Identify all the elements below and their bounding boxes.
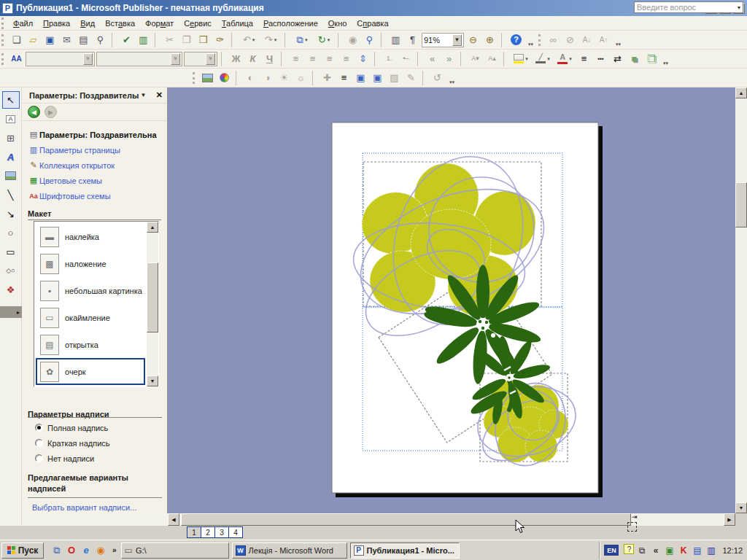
task-pane-close-icon[interactable]: ✕	[156, 90, 163, 100]
menu-format[interactable]: Формат	[140, 18, 179, 29]
line-spacing-icon[interactable]: ⇕	[355, 51, 371, 67]
scroll-left-icon[interactable]: ◀	[168, 513, 179, 526]
select-pointer-icon[interactable]: ↖	[2, 91, 20, 109]
tray-network-icon[interactable]: ▤	[691, 544, 703, 556]
zoom-in-icon[interactable]: ⊕	[481, 32, 498, 48]
scroll-down-icon[interactable]: ▼	[147, 376, 158, 386]
taskbar-publisher[interactable]: P Публикация1 - Micro...	[350, 542, 460, 559]
menu-edit[interactable]: Правка	[38, 18, 75, 29]
menu-service[interactable]: Сервис	[179, 18, 217, 29]
choose-caption-link[interactable]: Выбрать вариант надписи...	[32, 503, 136, 512]
decrease-font-icon[interactable]: A▾	[467, 51, 484, 67]
align-right-icon[interactable]: ≡	[321, 51, 338, 67]
line-weight-icon[interactable]: ≡	[576, 51, 592, 67]
toolbar-grip[interactable]	[538, 34, 542, 46]
break-link-icon[interactable]: ⊘	[562, 32, 578, 48]
internet-explorer-icon[interactable]: e	[79, 543, 93, 558]
scroll-up-icon[interactable]: ▲	[735, 88, 747, 98]
page-tab[interactable]: 1	[187, 526, 201, 538]
zoom-combobox[interactable]: 91% ▼	[422, 33, 464, 47]
link-postcard-options[interactable]: ▤ Параметры: Поздравительна	[28, 127, 163, 142]
zoom-out-icon[interactable]: ⊖	[465, 32, 481, 48]
radio-option[interactable]: Нет надписи	[28, 451, 162, 466]
link-page-options[interactable]: ▥ Параметры страницы	[28, 142, 163, 158]
vertical-scrollbar[interactable]: ▲ ▼	[735, 88, 747, 513]
undo-icon[interactable]: ↶	[238, 32, 260, 48]
crop-icon[interactable]: ✚	[319, 70, 336, 86]
numbering-icon[interactable]: 1.	[381, 51, 398, 67]
scrollbar-thumb[interactable]	[147, 262, 158, 332]
format-painter-icon[interactable]: ✑	[212, 32, 228, 48]
text-wrap-icon[interactable]: ▣	[352, 70, 369, 86]
taskbar-word[interactable]: W Лекція - Microsoft Word	[232, 542, 347, 559]
menu-arrange[interactable]: Расположение	[258, 18, 323, 29]
redo-icon[interactable]: ↷	[260, 32, 282, 48]
font-combobox[interactable]: ▼	[96, 52, 182, 66]
format-fill-icon[interactable]: ▨	[386, 70, 403, 86]
more-contrast-icon[interactable]: ◐	[242, 70, 259, 86]
fill-color-icon[interactable]	[510, 51, 532, 67]
reset-picture-icon[interactable]: ↺	[429, 70, 446, 86]
radio-option[interactable]: Краткая надпись	[28, 435, 162, 451]
radio-button[interactable]	[35, 439, 43, 447]
picture-frame-icon[interactable]	[2, 167, 20, 184]
radio-option[interactable]: Полная надпись	[28, 420, 162, 435]
menu-file[interactable]: Файл	[8, 18, 38, 29]
less-contrast-icon[interactable]: ◑	[259, 70, 276, 86]
forward-button[interactable]: ▶	[44, 106, 57, 118]
line-tool-icon[interactable]: ╲	[2, 186, 20, 203]
start-button[interactable]: Пуск	[1, 542, 44, 559]
oval-tool-icon[interactable]: ○	[2, 224, 20, 241]
chevron-down-icon[interactable]: ▾	[738, 4, 740, 11]
more-brightness-icon[interactable]: ☀	[276, 70, 293, 86]
tray-chevron-icon[interactable]: «	[649, 544, 662, 556]
toolbar-options-button[interactable]: ▾▾	[614, 32, 623, 48]
objects-toolbar-overflow[interactable]: ▸	[0, 306, 22, 318]
toolbar-options-button[interactable]: ▾▾	[526, 32, 535, 48]
scrollbar-thumb[interactable]	[735, 182, 747, 228]
font-size-combobox[interactable]: ▼	[184, 52, 217, 66]
new-document-icon[interactable]: ❏	[8, 32, 25, 48]
scroll-down-icon[interactable]: ▼	[735, 502, 747, 513]
line-color-icon[interactable]	[532, 51, 554, 67]
chevron-down-icon[interactable]: ▼	[452, 34, 462, 46]
horizontal-scrollbar[interactable]: ◀ ▶	[168, 513, 735, 526]
scroll-up-icon[interactable]: ▲	[147, 222, 158, 233]
show-desktop-icon[interactable]: ⧉	[50, 543, 64, 558]
toolbar-grip[interactable]	[1, 18, 5, 29]
align-center-icon[interactable]: ≡	[304, 51, 321, 67]
link-font-schemes[interactable]: Аа Шрифтовые схемы	[28, 188, 163, 203]
color-mode-icon[interactable]	[216, 70, 233, 86]
print-preview-icon[interactable]: ⚲	[92, 32, 109, 48]
special-characters-icon[interactable]: ¶	[404, 32, 421, 48]
text-box-icon[interactable]: A	[2, 110, 20, 128]
decrease-indent-icon[interactable]: «	[424, 51, 441, 67]
tray-book-icon[interactable]: ▥	[705, 544, 717, 556]
open-folder-icon[interactable]: ▱	[25, 32, 42, 48]
arrow-style-icon[interactable]: ⇄	[609, 51, 626, 67]
bold-icon[interactable]: Ж	[228, 51, 244, 67]
layout-list-item[interactable]: ▤ открытка	[36, 331, 145, 358]
toolbar-grip[interactable]	[1, 34, 5, 46]
less-brightness-icon[interactable]: ☼	[293, 70, 309, 86]
previous-textbox-icon[interactable]: A↓	[578, 32, 595, 48]
tray-kaspersky-icon[interactable]: K	[677, 544, 689, 556]
layout-list-item[interactable]: ▬ наклейка	[36, 223, 145, 250]
wordart-icon[interactable]: A	[2, 148, 20, 166]
ask-question-input[interactable]: Введите вопрос ▾	[634, 1, 743, 13]
print-icon[interactable]: ▤	[75, 32, 92, 48]
copy-icon[interactable]: ❐	[178, 32, 195, 48]
link-card-gallery[interactable]: ✎ Коллекция открыток	[28, 158, 163, 173]
menu-window[interactable]: Окно	[323, 18, 352, 29]
link-textboxes-icon[interactable]: ∞	[545, 32, 562, 48]
line-border-style-icon[interactable]: ≡	[336, 70, 352, 86]
next-textbox-icon[interactable]: A↑	[595, 32, 612, 48]
shadow-style-icon[interactable]: ■	[626, 51, 643, 67]
free-rotate-icon[interactable]: ↻	[313, 32, 335, 48]
style-combobox[interactable]: ▼	[26, 52, 95, 66]
page-tab[interactable]: 3	[214, 526, 229, 538]
listbox-scrollbar[interactable]: ▲ ▼	[147, 222, 158, 386]
increase-indent-icon[interactable]: »	[441, 51, 457, 67]
radio-button[interactable]	[35, 454, 43, 462]
italic-icon[interactable]: К	[244, 51, 261, 67]
